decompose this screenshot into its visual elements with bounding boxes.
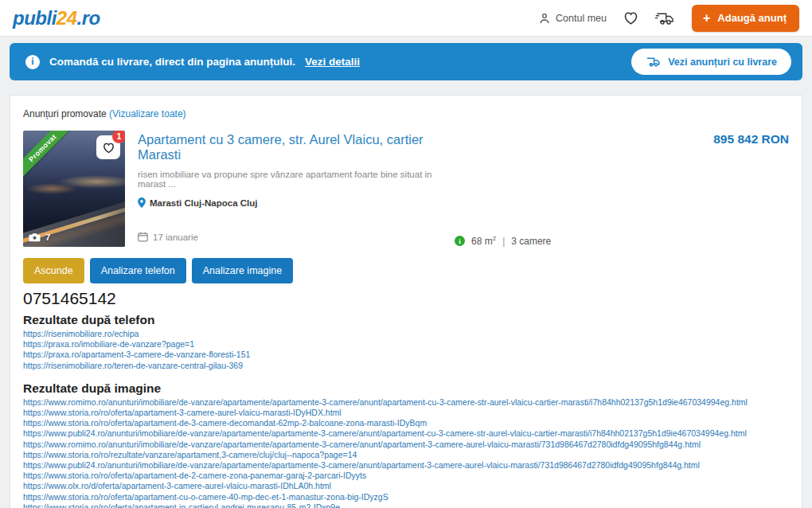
image-results-heading: Rezultate după imagine [23,381,789,396]
image-result-link[interactable]: https://www.storia.ro/ro/oferta/apartame… [23,408,789,418]
phone-result-link[interactable]: https://risenimobiliare.ro/teren-de-vanz… [23,361,789,371]
delivery-truck-icon[interactable] [655,10,676,26]
spec-separator: | [502,236,505,247]
image-result-link[interactable]: https://www.storia.ro/ro/oferta/apartame… [23,492,789,502]
info-icon-green: i [455,236,465,246]
listing-row-1: Promovat 1 7 Apartament cu 3 camere, str… [20,131,792,247]
logo-text-ro: .ro [77,7,100,29]
user-icon [538,12,551,25]
add-listing-button[interactable]: + Adaugă anunț [692,5,799,32]
banner-message: Comandă cu livrare, direct din pagina an… [49,56,295,68]
phone-number: 0751465142 [23,289,789,308]
banner-message-group: i Comandă cu livrare, direct din pagina … [25,55,360,69]
logo-text-publi: publi [13,7,57,29]
logo-text-24: 24 [57,7,77,29]
rooms-value: 3 camere [511,236,551,247]
listing-right-column: 895 842 RON i 68 m2 | 3 camere [455,131,789,247]
listing-date: 17 ianuarie [138,232,442,242]
account-menu[interactable]: Contul meu [538,12,607,25]
image-result-link[interactable]: https://www.romimo.ro/anunturi/imobiliar… [23,397,789,408]
banner-delivery-button[interactable]: Vezi anunțuri cu livrare [631,49,791,75]
analyze-phone-button[interactable]: Analizare telefon [90,258,186,283]
listing-description: risen imobiliare va propune spre vânzare… [138,170,442,189]
phone-result-link[interactable]: https://risenimobiliare.ro/echipa [23,329,789,339]
photo-count-value: 7 [45,233,50,242]
add-listing-label: Adaugă anunț [717,12,787,24]
listing-info: Apartament cu 3 camere, str. Aurel Vlaic… [138,131,442,247]
truck-icon [646,56,662,68]
location-pin-icon [138,197,146,208]
listing-thumbnail[interactable]: Promovat 1 7 [23,131,125,247]
image-result-link[interactable]: https://www.storia.ro/ro/rezultate/vanza… [23,450,789,460]
promoted-bar: Anunțuri promovate (Vizualizare toate) [20,104,792,131]
promoted-ribbon: Promovat [23,131,80,186]
phone-result-link[interactable]: https://praxa.ro/apartament-3-camere-de-… [23,350,789,360]
calendar-icon [138,232,148,242]
image-result-link[interactable]: https://www.storia.ro/ro/oferta/apartame… [23,418,789,428]
image-result-link[interactable]: https://www.publi24.ro/anunturi/imobilia… [23,428,789,439]
location-text: Marasti Cluj-Napoca Cluj [150,198,257,208]
promoted-label: Anunțuri promovate [23,108,109,119]
banner-details-link[interactable]: Vezi detalii [305,56,360,68]
delivery-banner: i Comandă cu livrare, direct din pagina … [10,43,802,80]
listing-price: 895 842 RON [713,132,789,147]
listing-title-link[interactable]: Apartament cu 3 camere, str. Aurel Vlaic… [138,132,442,162]
listing-specs: i 68 m2 | 3 camere [455,235,551,247]
phone-results-heading: Rezultate după telefon [23,313,789,327]
image-result-link[interactable]: https://www.olx.ro/d/oferta/apartament-3… [23,481,789,491]
phone-results-links: https://risenimobiliare.ro/echipa https:… [23,329,789,371]
date-text: 17 ianuarie [153,233,198,242]
area-value: 68 m2 [471,235,496,247]
account-label: Contul meu [556,13,607,24]
view-all-link[interactable]: (Vizualizare toate) [109,108,186,119]
top-bar: publi24.ro Contul meu + Adaugă anunț [0,0,812,37]
heart-icon [102,141,115,154]
topbar-actions: Contul meu + Adaugă anunț [538,5,799,32]
analysis-tools: Ascunde Analizare telefon Analizare imag… [20,247,792,508]
phone-result-link[interactable]: https://praxa.ro/imobiliare-de-vanzare?p… [23,339,789,350]
promoted-listings-panel: Anunțuri promovate (Vizualizare toate) P… [10,95,802,508]
favorites-count-badge: 1 [112,131,125,143]
favorites-heart-icon[interactable] [623,10,639,26]
analyze-image-button[interactable]: Analizare imagine [192,258,293,283]
hide-button[interactable]: Ascunde [23,258,84,283]
photo-count: 7 [29,233,50,242]
banner-button-label: Vezi anunțuri cu livrare [668,57,777,68]
image-results-links: https://www.romimo.ro/anunturi/imobiliar… [23,397,789,508]
favorite-button[interactable]: 1 [96,135,120,159]
site-logo[interactable]: publi24.ro [13,7,100,29]
image-result-link[interactable]: https://www.storia.ro/ro/oferta/apartame… [23,471,789,481]
info-icon: i [25,55,40,69]
image-result-link[interactable]: https://www.romimo.ro/anunturi/imobiliar… [23,440,789,450]
camera-icon [29,233,41,242]
listing-location: Marasti Cluj-Napoca Cluj [138,197,442,208]
plus-icon: + [703,12,710,25]
image-result-link[interactable]: https://www.publi24.ro/anunturi/imobilia… [23,460,789,471]
image-result-link[interactable]: https://www.storia.ro/ro/oferta/apartame… [23,502,789,508]
tool-buttons: Ascunde Analizare telefon Analizare imag… [23,258,789,283]
